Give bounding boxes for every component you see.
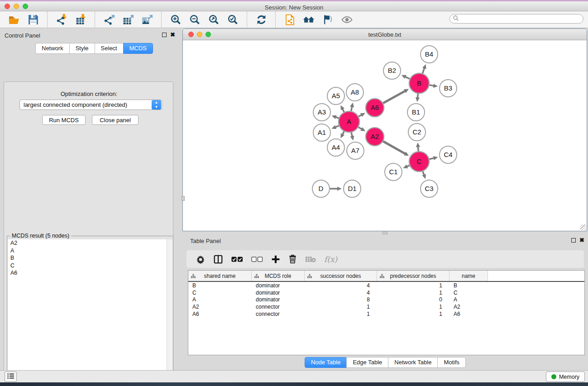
table-cell[interactable]: A6	[449, 311, 488, 318]
table-cell[interactable]: 1	[377, 290, 449, 297]
result-list-item[interactable]: C	[8, 262, 172, 270]
graph-node-A8[interactable]: A8	[346, 84, 363, 101]
table-cell[interactable]: 1	[377, 282, 449, 290]
table-cell[interactable]: dominator	[252, 282, 305, 290]
graph-node-A5[interactable]: A5	[327, 87, 344, 105]
table-cell[interactable]: 1	[305, 311, 377, 318]
table-cell[interactable]: 8	[305, 296, 377, 304]
add-column-icon[interactable]	[271, 253, 280, 265]
open-session-icon[interactable]	[7, 13, 21, 26]
graph-node-B2[interactable]: B2	[383, 62, 401, 79]
tab-motifs[interactable]: Motifs	[437, 357, 466, 368]
table-cell[interactable]: A2	[188, 304, 252, 311]
home-icon[interactable]	[302, 13, 316, 26]
table-cell[interactable]: B	[449, 282, 488, 290]
gear-icon[interactable]	[196, 253, 205, 265]
vertical-splitter-handle[interactable]	[182, 196, 185, 201]
table-cell[interactable]: connector	[252, 311, 305, 318]
graph-node-C2[interactable]: C2	[408, 124, 425, 141]
table-cell[interactable]: B	[188, 282, 252, 290]
graph-node-A4[interactable]: A4	[327, 139, 344, 156]
export-table-icon[interactable]	[121, 13, 135, 26]
table-cell[interactable]: 4	[305, 290, 377, 297]
graph-node-A2[interactable]: A2	[366, 128, 384, 146]
table-row[interactable]: Adominator80A	[188, 296, 584, 304]
import-table-icon[interactable]	[74, 13, 87, 26]
table-cell[interactable]: dominator	[252, 290, 305, 297]
graph-node-C4[interactable]: C4	[440, 146, 457, 163]
criterion-select[interactable]: largest connected component (directed) ▲…	[19, 100, 162, 110]
tab-style[interactable]: Style	[69, 43, 95, 54]
network-canvas[interactable]: AA1A3A5A8A4A7A6A2BB2B4B3B1CC2C4C1C3DD1	[183, 40, 587, 231]
table-row[interactable]: Cdominator41C	[188, 290, 584, 297]
delete-icon[interactable]	[288, 253, 297, 265]
tab-node-table[interactable]: Node Table	[305, 357, 347, 368]
search-input[interactable]	[459, 15, 583, 23]
table-cell[interactable]: 0	[377, 296, 449, 304]
hide-flag-icon[interactable]	[321, 13, 335, 26]
graph-node-A7[interactable]: A7	[347, 142, 364, 159]
table-row[interactable]: A6connector11A6	[188, 311, 584, 318]
table-cell[interactable]: A	[188, 296, 252, 304]
graph-node-A1[interactable]: A1	[313, 124, 330, 141]
graph-node-A3[interactable]: A3	[313, 104, 330, 121]
save-session-icon[interactable]	[26, 13, 40, 26]
column-header-predecessor-nodes[interactable]: predecessor nodes	[377, 271, 449, 281]
table-cell[interactable]: 1	[377, 311, 449, 318]
graph-node-C1[interactable]: C1	[385, 163, 402, 181]
table-row[interactable]: Bdominator41B	[188, 282, 584, 290]
graph-edge-A6-B[interactable]	[383, 91, 406, 103]
table-cell[interactable]: A2	[449, 304, 488, 311]
zoom-out-icon[interactable]	[188, 13, 201, 26]
graph-edge-B-B4[interactable]	[422, 67, 424, 73]
table-close-panel-icon[interactable]: ✖	[579, 238, 584, 243]
refresh-icon[interactable]	[254, 13, 268, 26]
table-row[interactable]: A2connector11A2	[188, 304, 584, 311]
table-cell[interactable]: 1	[305, 304, 377, 311]
show-eye-icon[interactable]	[340, 13, 354, 26]
new-network-file-icon[interactable]	[283, 13, 296, 26]
graph-node-B1[interactable]: B1	[407, 104, 425, 121]
graph-node-A6[interactable]: A6	[366, 99, 384, 117]
tab-select[interactable]: Select	[95, 43, 124, 54]
table-cell[interactable]: 1	[377, 304, 449, 311]
horizontal-splitter-handle[interactable]	[382, 232, 387, 234]
split-view-icon[interactable]	[213, 253, 223, 265]
table-cell[interactable]: A6	[188, 311, 252, 318]
column-header-successor-nodes[interactable]: successor nodes	[305, 271, 377, 281]
window-resize-grip[interactable]	[580, 224, 586, 230]
tab-edge-table[interactable]: Edge Table	[346, 357, 388, 368]
result-list-item[interactable]: A	[8, 247, 172, 255]
graph-node-C3[interactable]: C3	[421, 180, 438, 197]
deselect-all-icon[interactable]	[251, 253, 263, 265]
column-header-name[interactable]: name	[449, 271, 488, 281]
graph-node-A[interactable]: A	[339, 111, 359, 132]
tab-network[interactable]: Network	[35, 43, 70, 54]
search-box[interactable]	[449, 14, 583, 24]
table-cell[interactable]: connector	[252, 304, 305, 311]
close-panel-button[interactable]: Close panel	[92, 115, 139, 125]
column-header-MCDS-role[interactable]: MCDS role	[252, 271, 305, 281]
graph-edge-A2-C[interactable]	[383, 141, 406, 154]
run-mcds-button[interactable]: Run MCDS	[42, 115, 86, 125]
select-all-icon[interactable]	[231, 253, 243, 265]
result-list-item[interactable]: A2	[8, 239, 172, 247]
import-network-icon[interactable]	[55, 13, 68, 26]
zoom-in-icon[interactable]	[169, 13, 182, 26]
table-cell[interactable]: 4	[305, 282, 377, 290]
result-scrollbar[interactable]	[167, 239, 172, 386]
table-cell[interactable]: C	[449, 290, 488, 297]
graph-node-D[interactable]: D	[312, 180, 330, 197]
memory-button[interactable]: Memory	[546, 372, 585, 382]
table-cell[interactable]: C	[188, 290, 252, 297]
close-panel-icon[interactable]: ✖	[170, 33, 175, 37]
tab-mcds[interactable]: MCDS	[123, 43, 153, 54]
graph-node-B3[interactable]: B3	[440, 80, 457, 97]
graph-node-D1[interactable]: D1	[344, 180, 361, 197]
graph-node-B4[interactable]: B4	[421, 46, 438, 63]
tab-network-table[interactable]: Network Table	[388, 357, 438, 368]
table-cell[interactable]: A	[449, 296, 488, 304]
result-list-item[interactable]: B	[8, 254, 172, 262]
export-image-icon[interactable]	[140, 13, 154, 26]
zoom-fit-icon[interactable]	[207, 13, 220, 26]
